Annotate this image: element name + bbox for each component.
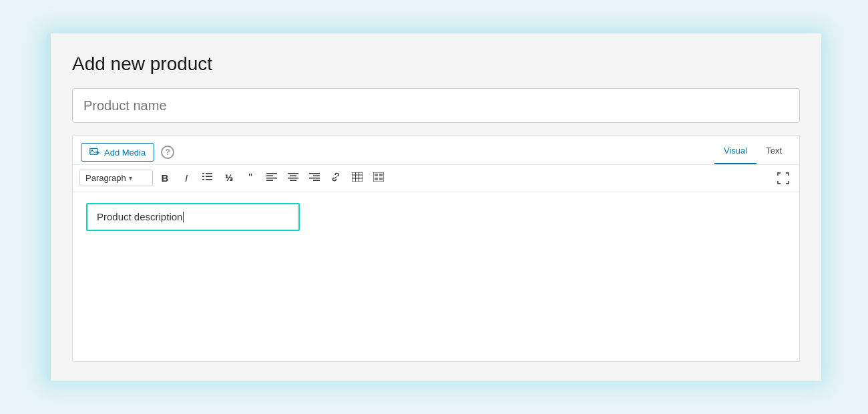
description-highlight-box: Product description <box>86 203 300 231</box>
align-left-button[interactable] <box>262 169 281 188</box>
text-cursor <box>183 212 184 222</box>
svg-rect-22 <box>352 172 363 182</box>
paragraph-selector[interactable]: Paragraph ▾ <box>79 170 153 186</box>
svg-rect-4 <box>202 173 204 174</box>
align-right-icon <box>309 172 320 184</box>
unordered-list-button[interactable] <box>198 169 217 188</box>
bold-button[interactable]: B <box>156 169 174 188</box>
svg-rect-19 <box>313 176 320 177</box>
grid-button[interactable] <box>369 169 388 188</box>
paragraph-arrow-icon: ▾ <box>129 174 132 182</box>
svg-rect-31 <box>379 178 383 180</box>
svg-rect-11 <box>266 176 273 177</box>
help-label: ? <box>165 148 170 157</box>
tab-text[interactable]: Text <box>756 141 791 164</box>
ordered-list-icon: ⅓ <box>225 174 233 183</box>
main-content: Add new product <box>51 33 821 381</box>
editor-panel: Add new product <box>47 33 821 381</box>
svg-rect-21 <box>313 180 320 182</box>
grid-icon <box>373 172 384 184</box>
svg-rect-14 <box>288 173 298 174</box>
link-button[interactable] <box>327 169 345 188</box>
editor-body[interactable]: Product description <box>73 192 799 361</box>
svg-rect-7 <box>206 176 212 178</box>
add-media-icon <box>89 147 100 158</box>
editor-topbar: Add Media ? Visual Text <box>73 136 799 164</box>
fullscreen-button[interactable] <box>774 169 793 188</box>
description-text: Product description <box>97 211 182 222</box>
blockquote-button[interactable]: " <box>241 169 260 188</box>
tab-visual[interactable]: Visual <box>714 141 756 164</box>
svg-rect-5 <box>206 173 212 174</box>
svg-rect-17 <box>290 180 296 182</box>
bold-icon: B <box>162 172 169 184</box>
editor-tabs: Visual Text <box>714 141 791 164</box>
align-right-button[interactable] <box>305 169 324 188</box>
editor-toolbar: Paragraph ▾ B I <box>73 165 799 192</box>
align-center-icon <box>288 172 298 184</box>
italic-icon: I <box>185 172 188 184</box>
page-title: Add new product <box>72 52 800 76</box>
svg-rect-8 <box>202 179 204 180</box>
svg-rect-15 <box>290 176 296 177</box>
topbar-left: Add Media ? <box>81 143 174 162</box>
help-button[interactable]: ? <box>161 146 174 159</box>
align-left-icon <box>266 172 277 184</box>
ordered-list-button[interactable]: ⅓ <box>220 169 238 188</box>
paragraph-label: Paragraph <box>85 173 126 183</box>
wysiwyg-editor: Add Media ? Visual Text P <box>72 135 800 362</box>
link-icon <box>331 172 341 184</box>
svg-rect-9 <box>206 179 212 180</box>
svg-rect-28 <box>375 174 378 176</box>
svg-rect-6 <box>202 176 204 178</box>
italic-button[interactable]: I <box>177 169 196 188</box>
svg-rect-30 <box>375 178 378 180</box>
svg-rect-13 <box>266 180 273 182</box>
svg-rect-12 <box>266 178 277 179</box>
unordered-list-icon <box>202 172 213 184</box>
svg-rect-20 <box>309 178 320 179</box>
blockquote-icon: " <box>248 173 252 184</box>
product-name-input[interactable] <box>72 88 800 123</box>
table-icon <box>352 172 363 184</box>
table-button[interactable] <box>348 169 367 188</box>
svg-rect-16 <box>288 178 298 179</box>
add-media-label: Add Media <box>104 148 146 158</box>
svg-rect-18 <box>309 173 320 174</box>
svg-rect-10 <box>266 173 277 174</box>
svg-rect-29 <box>379 174 383 176</box>
add-media-button[interactable]: Add Media <box>81 143 154 162</box>
align-center-button[interactable] <box>284 169 302 188</box>
